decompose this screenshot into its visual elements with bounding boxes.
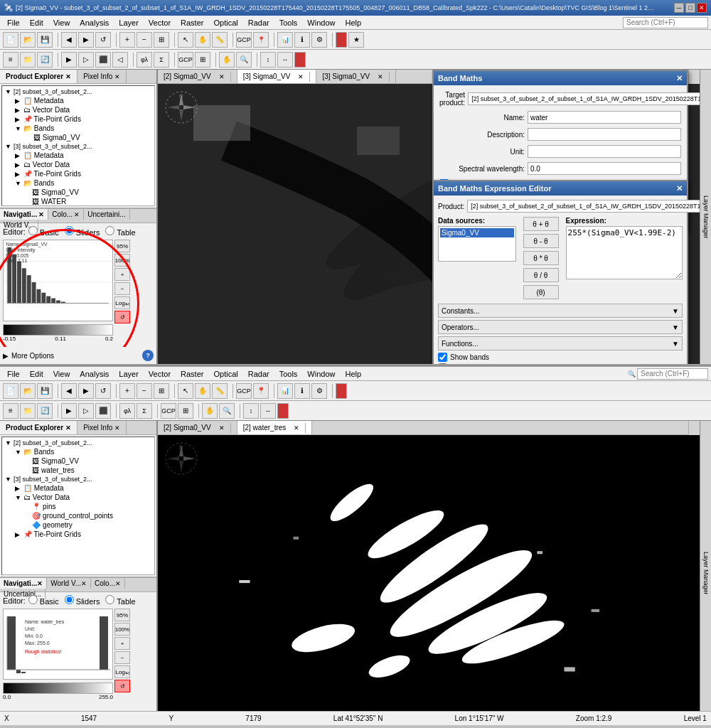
constants-btn[interactable]: Constants... ▼ <box>438 304 683 318</box>
tb2-btn6[interactable]: ⬛ <box>95 52 111 68</box>
tb2-btn1[interactable]: ≡ <box>3 52 18 68</box>
tree-bands2[interactable]: ▼📂 Bands <box>14 124 153 133</box>
tb2l-color[interactable] <box>277 403 289 419</box>
tree-lower-gcp[interactable]: 🎯 ground_control_points <box>23 511 153 520</box>
tab-product-explorer-upper[interactable]: Product Explorer ✕ <box>0 70 77 83</box>
tree-lower-pins[interactable]: 📍 pins <box>23 502 153 511</box>
img-tab-lower-watertres[interactable]: [2] water_tres ✕ <box>237 421 313 434</box>
tab-worldv-lower[interactable]: World V... ✕ <box>47 578 91 589</box>
measure-btn-lower[interactable]: 📏 <box>212 383 228 399</box>
tree-tiepoints3[interactable]: ▶📌 Tie-Point Grids <box>14 169 153 178</box>
settings-btn-lower[interactable]: ⚙ <box>311 383 327 399</box>
tree-bands3[interactable]: ▼📂 Bands <box>14 178 153 188</box>
expand-icon-p3[interactable]: ▼ <box>5 143 12 150</box>
info-btn-lower[interactable]: ℹ <box>294 383 310 399</box>
close-product-explorer[interactable]: ✕ <box>65 73 71 80</box>
tab-uncert-upper[interactable]: Uncertaini... <box>84 209 129 220</box>
tree-metadata3[interactable]: ▶📋 Metadata <box>14 151 153 160</box>
tab-navigati-upper[interactable]: Navigati... ✕ <box>0 209 48 220</box>
spectrum-btn-lower[interactable]: 📊 <box>277 383 293 399</box>
zoomfit-btn-lower[interactable]: ⊞ <box>154 383 169 399</box>
tb2l-sigma[interactable]: Σ <box>137 403 152 419</box>
menu-window[interactable]: Window <box>303 17 339 28</box>
tree-item-product2[interactable]: ▼ [2] subset_3_of_subset_2... <box>4 87 153 96</box>
product-tree-lower[interactable]: ▼ [2] subset_3_of_subset_2... ▼📂 Bands 🖼… <box>1 437 155 575</box>
tree-lower-p2[interactable]: ▼ [2] subset_3_of_subset_2... <box>4 439 153 447</box>
tb2-btn4[interactable]: ▶ <box>61 52 77 68</box>
tb2l-grid[interactable]: ⊞ <box>178 403 193 419</box>
tb2-zoom2[interactable]: 🔍 <box>236 52 252 68</box>
description-input[interactable] <box>528 128 681 141</box>
tb2-btn5[interactable]: ▷ <box>78 52 94 68</box>
menu-file[interactable]: File <box>3 17 24 28</box>
menu-view[interactable]: View <box>49 17 75 28</box>
tb2l-btn4[interactable]: ▶ <box>61 403 77 419</box>
op-add[interactable]: θ + θ <box>523 217 559 231</box>
tab-pixel-info-lower[interactable]: Pixel Info ✕ <box>77 421 127 434</box>
menu-help-lower[interactable]: Help <box>341 368 365 380</box>
tb2-extra2[interactable]: ↔ <box>277 52 293 68</box>
tb2l-btn3[interactable]: 🔄 <box>37 403 53 419</box>
zoom-in-hist[interactable]: + <box>114 268 130 281</box>
tab-colo-upper[interactable]: Colo... ✕ <box>48 209 84 220</box>
pct95-btn[interactable]: 95% <box>114 240 130 252</box>
menu-raster[interactable]: Raster <box>176 17 208 28</box>
op-sub[interactable]: θ - θ <box>523 234 559 248</box>
img-tab-3-sigma0vv-a[interactable]: [3] Sigma0_VV ✕ <box>237 70 317 83</box>
show-bands-cb[interactable] <box>438 353 447 362</box>
measure-button[interactable]: 📏 <box>212 32 228 48</box>
expr-editor-close[interactable]: ✕ <box>676 184 683 193</box>
refresh-button[interactable]: ↺ <box>95 32 111 48</box>
color-button[interactable] <box>336 32 347 48</box>
menu-view-lower[interactable]: View <box>49 368 75 380</box>
spectrum-button[interactable]: 📊 <box>277 32 293 48</box>
open-button[interactable]: 📂 <box>20 32 36 48</box>
zoomin-btn-lower[interactable]: + <box>119 383 135 399</box>
menu-help[interactable]: Help <box>341 17 365 28</box>
radio-basic-lower[interactable]: Basic <box>28 595 59 606</box>
menu-vector-lower[interactable]: Vector <box>144 368 175 380</box>
tree-lower-tpg3[interactable]: ▶📌 Tie-Point Grids <box>14 530 153 539</box>
close-colo-upper[interactable]: ✕ <box>74 211 80 218</box>
save-button[interactable]: 💾 <box>37 32 53 48</box>
tb2-sigma[interactable]: Σ <box>154 52 169 68</box>
pan-btn-lower[interactable]: ✋ <box>195 383 210 399</box>
radio-sliders-upper[interactable]: Sliders <box>65 226 100 237</box>
tb2l-zoom[interactable]: 🔍 <box>219 403 235 419</box>
expr-editor-title[interactable]: Band Maths Expression Editor ✕ <box>434 181 687 196</box>
menu-edit[interactable]: Edit <box>26 17 48 28</box>
op-mul[interactable]: θ * θ <box>523 251 559 265</box>
zoom-out-button[interactable]: − <box>137 32 152 48</box>
minimize-button[interactable]: ─ <box>674 3 684 13</box>
close-pi-lower[interactable]: ✕ <box>114 424 120 432</box>
tab-pixel-info-upper[interactable]: Pixel Info ✕ <box>77 70 127 83</box>
expand-icon[interactable]: ▼ <box>5 88 12 95</box>
log-btn-lower[interactable]: Log₁₀ <box>114 665 130 678</box>
menu-vector[interactable]: Vector <box>144 17 175 28</box>
menu-window-lower[interactable]: Window <box>303 368 339 380</box>
layer-manager-upper[interactable]: Layer Manager <box>700 70 711 364</box>
menu-radar-lower[interactable]: Radar <box>244 368 274 380</box>
zoom-fit-button[interactable]: ⊞ <box>154 32 169 48</box>
operators-btn[interactable]: Operators... ▼ <box>438 320 683 334</box>
close-tab-lower-watertres[interactable]: ✕ <box>288 423 306 433</box>
open-btn-lower[interactable]: 📂 <box>20 383 36 399</box>
tb2-btn7[interactable]: ◁ <box>112 52 128 68</box>
tb2l-phi[interactable]: φλ <box>119 403 135 419</box>
menu-analysis-lower[interactable]: Analysis <box>75 368 113 380</box>
settings-button[interactable]: ⚙ <box>311 32 327 48</box>
target-product-select[interactable]: [2] subset_3_of_subset_2_of_subset_1_of_… <box>468 92 700 105</box>
menu-file-lower[interactable]: File <box>3 368 24 380</box>
maximize-button[interactable]: □ <box>685 3 695 13</box>
op-div[interactable]: θ / θ <box>523 268 559 282</box>
select-button[interactable]: ↖ <box>178 32 193 48</box>
tree-metadata2[interactable]: ▶📋 Metadata <box>14 96 153 105</box>
img-tab-lower-sigma0vv[interactable]: [2] Sigma0_VV ✕ <box>158 421 237 434</box>
menu-layer-lower[interactable]: Layer <box>114 368 143 380</box>
save-btn-lower[interactable]: 💾 <box>37 383 53 399</box>
tree-lower-meta3[interactable]: ▶📋 Metadata <box>14 483 153 493</box>
menu-radar[interactable]: Radar <box>244 17 274 28</box>
tb2-move[interactable]: ✋ <box>219 52 235 68</box>
tree-lower-watertres[interactable]: 🖼 water_tres <box>23 466 153 475</box>
band-maths-close[interactable]: ✕ <box>676 74 683 83</box>
